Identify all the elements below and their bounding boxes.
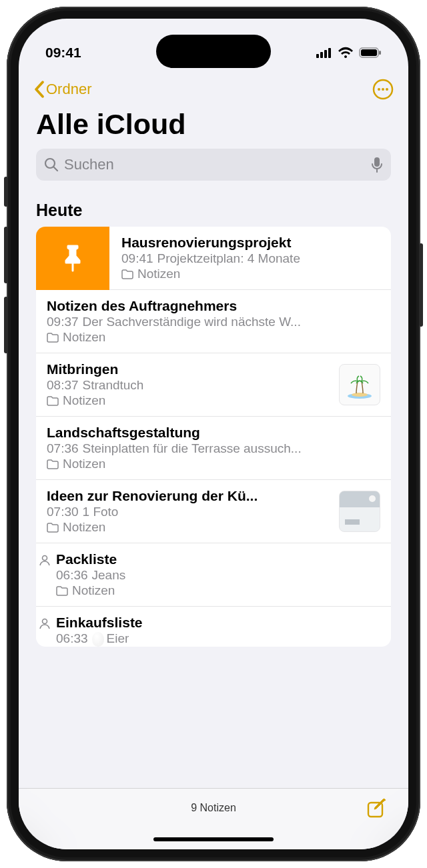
- nav-bar: Ordner: [19, 72, 408, 105]
- note-title: Einkaufsliste: [56, 615, 380, 631]
- egg-icon: [92, 632, 104, 647]
- note-preview: 1 Foto: [83, 505, 119, 519]
- folder-icon: [121, 269, 133, 279]
- notes-list: Hausrenovierungsprojekt 09:41Projektzeit…: [36, 227, 391, 647]
- bottom-toolbar: 9 Notizen: [19, 788, 408, 849]
- search-icon: [44, 157, 59, 172]
- note-title: Landschaftsgestaltung: [47, 425, 380, 441]
- note-thumbnail: [339, 491, 380, 532]
- folder-icon: [47, 459, 59, 469]
- note-thumbnail: [339, 364, 380, 405]
- svg-rect-0: [316, 54, 319, 58]
- svg-rect-1: [320, 52, 323, 58]
- pin-swipe-action[interactable]: [36, 227, 109, 290]
- svg-point-8: [378, 88, 380, 91]
- svg-point-9: [382, 88, 384, 91]
- svg-rect-2: [324, 50, 327, 58]
- page-title: Alle iCloud: [19, 105, 408, 149]
- cellular-icon: [316, 47, 332, 58]
- note-preview: Der Sachverständige wird nächste W...: [83, 315, 301, 329]
- note-title: Mitbringen: [47, 361, 331, 377]
- note-row[interactable]: Notizen des Auftragnehmers 09:37Der Sach…: [36, 290, 391, 353]
- note-time: 06:33: [56, 631, 88, 645]
- note-row[interactable]: Landschaftsgestaltung 07:36Steinplatten …: [36, 417, 391, 480]
- svg-point-17: [43, 556, 47, 561]
- back-label: Ordner: [46, 81, 91, 98]
- svg-rect-3: [328, 48, 331, 58]
- note-time: 06:36: [56, 568, 88, 582]
- note-row[interactable]: Hausrenovierungsprojekt 09:41Projektzeit…: [36, 227, 391, 290]
- section-header-today: Heute: [19, 183, 408, 227]
- back-button[interactable]: Ordner: [33, 81, 91, 98]
- svg-point-10: [386, 88, 388, 91]
- mic-icon[interactable]: [371, 157, 383, 173]
- status-time: 09:41: [45, 45, 81, 61]
- more-button[interactable]: [372, 79, 394, 100]
- note-preview: Steinplatten für die Terrasse aussuch...: [83, 441, 302, 455]
- note-folder-label: Notizen: [63, 457, 105, 471]
- note-preview: Strandtuch: [83, 378, 144, 392]
- note-folder-label: Notizen: [63, 330, 105, 345]
- folder-icon: [47, 333, 59, 343]
- note-folder-label: Notizen: [63, 393, 105, 408]
- note-time: 07:30: [47, 505, 79, 519]
- note-title: Hausrenovierungsprojekt: [121, 235, 380, 251]
- note-preview: Projektzeitplan: 4 Monate: [157, 251, 300, 265]
- wifi-icon: [338, 47, 354, 59]
- note-time: 09:41: [121, 251, 153, 265]
- note-title: Packliste: [56, 551, 380, 567]
- svg-rect-6: [379, 51, 381, 55]
- folder-icon: [56, 586, 68, 596]
- note-title: Notizen des Auftragnehmers: [47, 298, 380, 314]
- note-folder-label: Notizen: [137, 267, 180, 281]
- note-time: 08:37: [47, 378, 79, 392]
- dynamic-island: [156, 35, 271, 68]
- svg-line-12: [54, 167, 58, 171]
- search-placeholder: Suchen: [64, 156, 366, 173]
- pin-icon: [61, 245, 85, 273]
- svg-point-18: [43, 619, 47, 624]
- home-indicator[interactable]: [153, 837, 274, 841]
- note-folder-label: Notizen: [72, 583, 115, 598]
- svg-point-16: [352, 393, 368, 397]
- note-row[interactable]: Mitbringen 08:37Strandtuch Notizen: [36, 353, 391, 417]
- shared-icon: [37, 551, 52, 567]
- note-row[interactable]: Ideen zur Renovierung der Kü... 07:301 F…: [36, 480, 391, 543]
- svg-rect-5: [361, 49, 377, 56]
- shared-icon: [37, 615, 52, 630]
- search-input[interactable]: Suchen: [36, 149, 391, 181]
- note-row[interactable]: Einkaufsliste 06:33Eier: [36, 607, 391, 647]
- note-time: 09:37: [47, 315, 79, 329]
- note-preview: Eier: [107, 631, 129, 645]
- folder-icon: [47, 523, 59, 533]
- compose-button[interactable]: [366, 798, 387, 819]
- note-folder-label: Notizen: [63, 520, 105, 535]
- battery-icon: [359, 47, 382, 58]
- note-time: 07:36: [47, 441, 79, 455]
- notes-count: 9 Notizen: [191, 802, 236, 814]
- note-title: Ideen zur Renovierung der Kü...: [47, 488, 331, 504]
- folder-icon: [47, 396, 59, 406]
- note-preview: Jeans: [92, 568, 126, 582]
- svg-rect-13: [374, 157, 380, 167]
- chevron-left-icon: [33, 81, 45, 98]
- note-row[interactable]: Packliste 06:36Jeans Notizen: [36, 543, 391, 607]
